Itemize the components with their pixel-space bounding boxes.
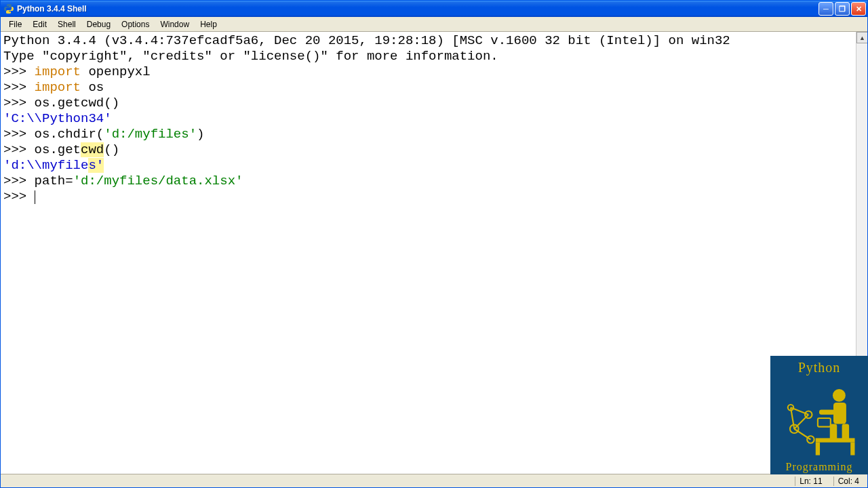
output-cwd-1: 'C:\\Python34' (3, 111, 112, 126)
prompt: >>> (3, 142, 35, 157)
chdir-string: 'd:/myfiles' (104, 127, 197, 142)
menu-debug[interactable]: Debug (81, 18, 116, 30)
svg-line-4 (794, 415, 808, 429)
call-chdir-pre: os.chdir( (35, 127, 104, 142)
call-chdir-post: ) (197, 127, 204, 142)
shell-editor[interactable]: Python 3.4.4 (v3.4.4:737efcadf5a6, Dec 2… (1, 32, 856, 474)
menu-file[interactable]: File (3, 18, 27, 30)
prompt: >>> (3, 96, 35, 110)
svg-rect-13 (816, 438, 855, 442)
status-line: Ln: 11 (795, 476, 826, 486)
titlebar[interactable]: Python 3.4.4 Shell ─ ❐ ✕ (1, 1, 867, 17)
banner-line-1: Python 3.4.4 (v3.4.4:737efcadf5a6, Dec 2… (3, 33, 730, 48)
output-cwd-2-hl: s' (88, 158, 104, 173)
watermark-graphic (773, 375, 865, 461)
keyword-import: import (35, 64, 81, 79)
prompt: >>> (3, 64, 35, 79)
svg-rect-14 (816, 443, 820, 455)
menu-edit[interactable]: Edit (27, 18, 52, 30)
module-openpyxl: openpyxl (81, 64, 151, 79)
path-string: 'd:/myfiles/data.xlsx' (73, 174, 243, 188)
watermark-overlay: Python Programming (770, 356, 868, 474)
assign-path-pre: path= (35, 174, 73, 188)
python-icon (3, 3, 14, 14)
prompt: >>> (3, 80, 35, 95)
svg-rect-12 (819, 409, 835, 414)
scroll-up-button[interactable]: ▲ (856, 32, 867, 43)
svg-line-6 (794, 429, 810, 440)
svg-line-5 (791, 407, 808, 415)
prompt: >>> (3, 174, 35, 188)
call-getcwd: os.getcwd() (35, 96, 119, 110)
text-cursor (35, 190, 35, 204)
content-area: Python 3.4.4 (v3.4.4:737efcadf5a6, Dec 2… (1, 32, 867, 474)
menu-options[interactable]: Options (116, 18, 155, 30)
keyword-import: import (35, 80, 81, 95)
svg-rect-16 (818, 418, 831, 427)
statusbar: Ln: 11 Col: 4 (1, 474, 867, 487)
window-controls: ─ ❐ ✕ (818, 2, 866, 16)
svg-point-8 (833, 389, 846, 402)
idle-window: Python 3.4.4 Shell ─ ❐ ✕ File Edit Shell… (0, 0, 868, 488)
svg-rect-9 (833, 403, 846, 424)
highlight-cwd: cwd (81, 142, 104, 157)
banner-line-2: Type "copyright", "credits" or "license(… (3, 49, 498, 64)
menubar: File Edit Shell Debug Options Window Hel… (1, 17, 867, 32)
window-title: Python 3.4.4 Shell (17, 4, 818, 14)
watermark-subtitle: Programming (786, 461, 853, 473)
watermark-title: Python (798, 360, 841, 375)
close-button[interactable]: ✕ (851, 2, 866, 16)
menu-window[interactable]: Window (155, 18, 195, 30)
menu-help[interactable]: Help (195, 18, 222, 30)
call-getcwd-pre: os.get (35, 142, 81, 157)
minimize-button[interactable]: ─ (818, 2, 833, 16)
status-col: Col: 4 (833, 476, 863, 486)
maximize-button[interactable]: ❐ (835, 2, 850, 16)
prompt: >>> (3, 127, 35, 142)
svg-point-3 (807, 436, 814, 443)
call-getcwd-post: () (104, 142, 119, 157)
prompt: >>> (3, 189, 35, 204)
menu-shell[interactable]: Shell (52, 18, 81, 30)
module-os: os (81, 80, 104, 95)
output-cwd-2-pre: 'd:\\myfile (3, 158, 88, 173)
svg-rect-15 (850, 443, 854, 455)
